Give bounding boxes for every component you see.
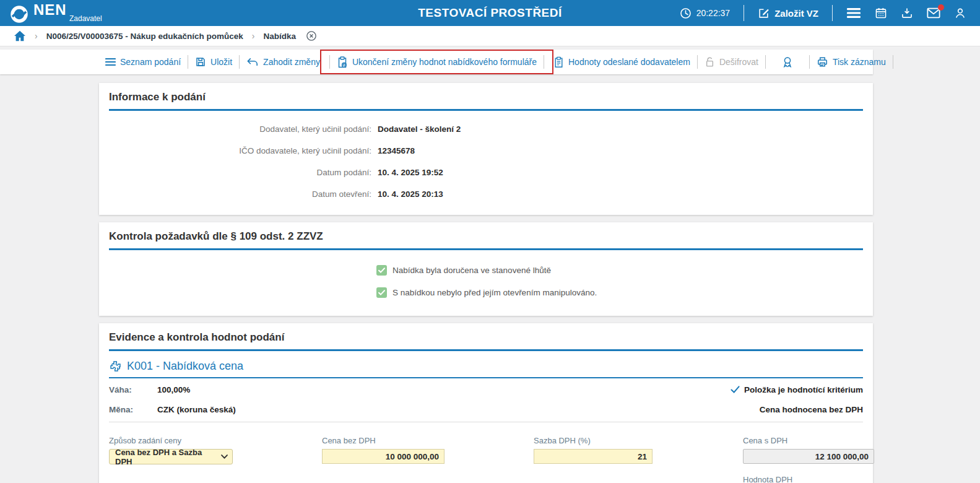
create-vz-button[interactable]: Založit VZ	[758, 7, 818, 19]
save-icon	[195, 56, 206, 67]
clock-display: 20:22:37	[680, 7, 731, 19]
meta-row-vaha: Váha: 100,00% Položka je hodnotící krité…	[109, 381, 863, 398]
criterion-meta: Váha: 100,00% Položka je hodnotící krité…	[109, 381, 863, 422]
checkbox-checked-icon	[376, 287, 387, 298]
check-row-manipulace: S nabídkou nebylo před jejím otevřením m…	[376, 281, 863, 303]
unlock-icon	[705, 56, 715, 67]
info-row-datum-podani: Datum podání: 10. 4. 2025 19:52	[109, 162, 863, 183]
field-value: Dodavatel - školení 2	[378, 124, 461, 134]
main-menu-button[interactable]	[846, 7, 861, 19]
notification-dot	[938, 4, 944, 11]
nen-logo[interactable]: NEN Zadavatel	[0, 2, 102, 24]
toolbar-hodnoty-odeslane-button[interactable]: Hodnoty odeslané dodavatelem	[553, 56, 690, 68]
toolbar-seal-button[interactable]	[781, 56, 794, 68]
toolbar-label: Uložit	[210, 57, 232, 67]
checkbox-checked-icon	[376, 265, 387, 276]
toolbar-divider	[329, 55, 330, 69]
vat-amount-label: Hodnota DPH	[743, 475, 874, 483]
user-icon	[954, 7, 966, 19]
create-vz-label: Založit VZ	[774, 8, 818, 19]
currency-value: CZK (koruna česká)	[157, 405, 236, 414]
flag-criterion-label: Položka je hodnotící kritérium	[744, 385, 863, 394]
info-row-ico: IČO dodavatele, který učinil podání: 123…	[109, 140, 863, 162]
breadcrumb-separator: ›	[35, 31, 38, 41]
field-gross-price: Cena s DPH Hodnota DPH 2 100 000,00	[743, 436, 874, 483]
vat-rate-label: Sazba DPH (%)	[534, 436, 743, 445]
field-net-price: Cena bez DPH	[322, 436, 534, 483]
field-label: IČO dodavatele, který učinil podání:	[109, 146, 371, 155]
breadcrumb-item-nabidka[interactable]: Nabídka	[264, 32, 297, 41]
section-title: Kontrola požadavků dle § 109 odst. 2 ZZV…	[109, 230, 863, 250]
compose-icon	[758, 7, 770, 19]
clock-icon	[680, 7, 692, 19]
check-label: S nabídkou nebylo před jejím otevřením m…	[392, 288, 597, 297]
toolbar-label: Zahodit změny	[263, 57, 320, 67]
toolbar-divider	[809, 55, 810, 69]
gross-price-input	[743, 449, 874, 464]
weight-label: Váha:	[109, 385, 157, 394]
app-header: NEN Zadavatel TESTOVACÍ PROSTŘEDÍ 20:22:…	[0, 0, 980, 26]
clipboard-refresh-icon	[337, 56, 348, 68]
calendar-button[interactable]	[875, 7, 887, 19]
info-row-dodavatel: Dodavatel, který učinil podání: Dodavate…	[109, 118, 863, 140]
home-icon[interactable]	[14, 30, 26, 41]
field-label: Datum podání:	[109, 168, 371, 177]
price-mode-selected-value: Cena bez DPH a Sazba DPH	[115, 448, 221, 466]
flag-vat: Cena hodnocena bez DPH	[760, 405, 863, 414]
toolbar-ulozit-button[interactable]: Uložit	[195, 56, 232, 67]
price-mode-label: Způsob zadání ceny	[109, 436, 322, 445]
nen-swirl-icon	[10, 5, 28, 24]
section-title: Evidence a kontrola hodnot podání	[109, 331, 863, 351]
brand-subtitle: Zadavatel	[69, 15, 102, 22]
close-tab-icon[interactable]	[306, 30, 317, 41]
downloads-button[interactable]	[901, 7, 913, 19]
header-divider	[832, 5, 833, 21]
gross-price-label: Cena s DPH	[743, 436, 874, 445]
red-highlight-annotation: Ukončení změny hodnot nabídkového formul…	[320, 50, 553, 74]
messages-button[interactable]	[927, 7, 940, 19]
toolbar-label: Ukončení změny hodnot nabídkového formul…	[352, 57, 537, 67]
record-toolbar: Seznam podání Uložit Zahodit změny Ukonč…	[0, 50, 873, 74]
user-profile-button[interactable]	[954, 7, 966, 19]
toolbar-desifrovat-button[interactable]: Dešifrovat	[705, 56, 758, 67]
field-label: Datum otevření:	[109, 189, 371, 199]
price-mode-select[interactable]: Cena bez DPH a Sazba DPH	[109, 449, 233, 464]
undo-icon	[246, 57, 259, 67]
weight-value: 100,00%	[157, 385, 190, 394]
net-price-label: Cena bez DPH	[322, 436, 534, 445]
vat-rate-input[interactable]	[534, 449, 653, 464]
toolbar-divider	[697, 55, 698, 69]
info-row-datum-otevreni: Datum otevření: 10. 4. 2025 20:13	[109, 183, 863, 205]
breadcrumb: › N006/25/V00003675 - Nákup edukačních p…	[0, 26, 980, 46]
menu-icon	[105, 58, 116, 66]
flag-criterion: Položka je hodnotící kritérium	[731, 385, 863, 394]
printer-icon	[817, 56, 828, 67]
net-price-input[interactable]	[322, 449, 444, 464]
toolbar-label: Dešifrovat	[719, 57, 758, 67]
toolbar-label: Tisk záznamu	[833, 57, 886, 67]
puzzle-icon	[109, 360, 122, 373]
calendar-icon	[875, 7, 887, 19]
card-evidence-hodnot: Evidence a kontrola hodnot podání K001 -…	[99, 323, 873, 483]
toolbar-ukonceni-zmeny-button[interactable]: Ukončení změny hodnot nabídkového formul…	[337, 56, 537, 68]
toolbar-seznam-podani-button[interactable]: Seznam podání	[105, 57, 181, 67]
toolbar-zahodit-zmeny-button[interactable]: Zahodit změny	[246, 57, 320, 67]
toolbar-divider	[765, 55, 766, 69]
field-value: 10. 4. 2025 20:13	[378, 189, 443, 199]
field-vat-rate: Sazba DPH (%)	[534, 436, 743, 483]
divider	[109, 422, 863, 422]
page-content: Informace k podání Dodavatel, který učin…	[0, 74, 980, 483]
toolbar-divider	[893, 55, 893, 69]
field-label: Dodavatel, který učinil podání:	[109, 124, 371, 134]
download-icon	[901, 7, 913, 19]
field-price-mode: Způsob zadání ceny Cena bez DPH a Sazba …	[109, 436, 322, 483]
currency-label: Měna:	[109, 405, 157, 414]
toolbar-label: Hodnoty odeslané dodavatelem	[568, 57, 690, 67]
card-kontrola-pozadavku: Kontrola požadavků dle § 109 odst. 2 ZZV…	[99, 222, 873, 316]
field-value: 12345678	[378, 146, 415, 155]
breadcrumb-item-procurement[interactable]: N006/25/V00003675 - Nákup edukačních pom…	[46, 32, 243, 41]
field-vat-amount: Hodnota DPH 2 100 000,00	[743, 475, 874, 483]
toolbar-divider	[188, 55, 188, 69]
toolbar-tisk-zaznamu-button[interactable]: Tisk záznamu	[817, 56, 886, 67]
check-label: Nabídka byla doručena ve stanovené lhůtě	[392, 266, 551, 275]
